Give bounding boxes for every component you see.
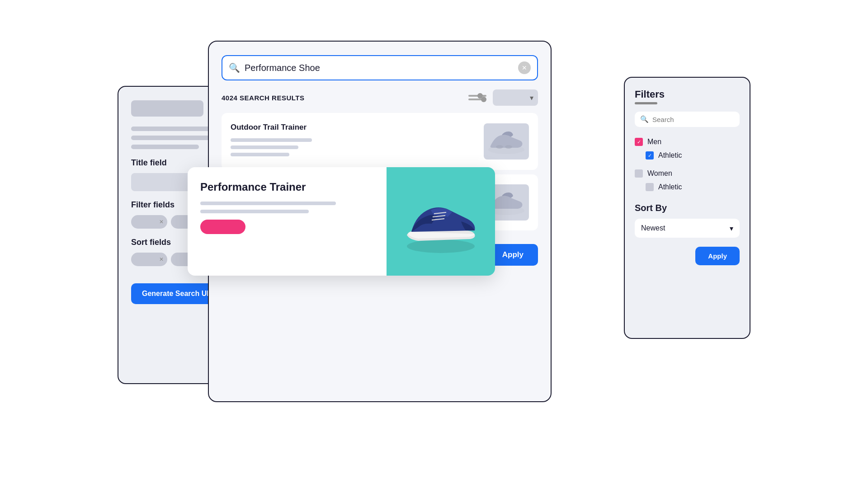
filter-tag-1-x[interactable]: ✕ xyxy=(159,219,164,225)
filter-item-women[interactable]: Women xyxy=(635,167,740,180)
product-title-1: Outdoor Trail Trainer xyxy=(231,123,484,132)
product-info-1: Outdoor Trail Trainer xyxy=(231,123,484,160)
right-filters-panel: Filters 🔍 ✓ Men ✓ Athletic Women xyxy=(624,77,750,339)
checkbox-women[interactable] xyxy=(635,169,643,178)
sort-by-chevron-icon: ▾ xyxy=(730,224,733,233)
sort-by-section: Sort By Newest ▾ xyxy=(635,203,740,238)
filter-label-men: Men xyxy=(647,138,661,146)
filter-sliders-icon[interactable] xyxy=(468,95,486,100)
popup-line-1 xyxy=(200,202,336,205)
popup-price-button[interactable] xyxy=(200,220,245,234)
lp-line-3 xyxy=(131,145,199,149)
filters-search-icon: 🔍 xyxy=(640,115,649,123)
product-line-1a xyxy=(231,138,312,142)
search-input[interactable] xyxy=(245,63,518,73)
filter-item-women-athletic[interactable]: Athletic xyxy=(635,180,740,194)
filters-search-bar: 🔍 xyxy=(635,112,740,127)
filter-tag-1[interactable]: ✕ xyxy=(131,215,167,229)
svg-point-2 xyxy=(505,145,512,149)
filters-title: Filters xyxy=(635,89,740,100)
filter-label-women: Women xyxy=(647,169,672,178)
svg-point-4 xyxy=(407,239,475,253)
sort-by-value: Newest xyxy=(641,224,665,232)
right-apply-button[interactable]: Apply xyxy=(695,247,740,265)
checkbox-women-athletic[interactable] xyxy=(646,183,654,191)
checkbox-men-athletic[interactable]: ✓ xyxy=(646,151,654,160)
product-line-1b xyxy=(231,145,298,149)
filter-item-men[interactable]: ✓ Men xyxy=(635,135,740,149)
sort-tag-1[interactable]: ✕ xyxy=(131,253,167,266)
shoe-image-1-svg xyxy=(486,127,527,156)
popup-shoe-image xyxy=(387,167,495,276)
product-line-1c xyxy=(231,153,289,156)
filter-group-men: ✓ Men ✓ Athletic xyxy=(635,135,740,162)
search-icon: 🔍 xyxy=(229,62,240,73)
product-image-1 xyxy=(484,123,529,160)
filter-item-men-athletic[interactable]: ✓ Athletic xyxy=(635,149,740,162)
generate-search-ui-button[interactable]: Generate Search UI xyxy=(131,283,220,304)
results-bar: 4024 SEARCH RESULTS ▾ xyxy=(222,89,538,106)
filter-group-women: Women Athletic xyxy=(635,167,740,194)
sort-tag-1-x[interactable]: ✕ xyxy=(159,256,164,263)
apply-button-main[interactable]: Apply xyxy=(488,244,538,266)
filter-sort-row: ▾ xyxy=(468,89,538,106)
search-bar: 🔍 ✕ xyxy=(222,55,538,80)
popup-line-2 xyxy=(200,210,309,213)
sort-dropdown[interactable]: ▾ xyxy=(493,89,538,106)
filter-label-men-athletic: Athletic xyxy=(658,151,682,160)
results-count: 4024 SEARCH RESULTS xyxy=(222,94,304,102)
search-clear-button[interactable]: ✕ xyxy=(518,61,531,74)
popup-card: Performance Trainer xyxy=(188,167,495,276)
filter-label-women-athletic: Athletic xyxy=(658,183,682,191)
sort-chevron-icon: ▾ xyxy=(530,94,533,102)
product-card-1[interactable]: Outdoor Trail Trainer xyxy=(222,113,538,170)
checkbox-men[interactable]: ✓ xyxy=(635,138,643,146)
filters-search-input[interactable] xyxy=(652,116,738,123)
popup-title: Performance Trainer xyxy=(200,181,374,193)
svg-point-1 xyxy=(496,145,503,149)
popup-shoe-svg xyxy=(396,188,486,255)
sort-by-label: Sort By xyxy=(635,203,740,213)
lp-header-placeholder xyxy=(131,100,203,117)
sort-by-dropdown[interactable]: Newest ▾ xyxy=(635,219,740,238)
filters-title-underline xyxy=(635,102,657,104)
popup-content: Performance Trainer xyxy=(188,167,387,276)
